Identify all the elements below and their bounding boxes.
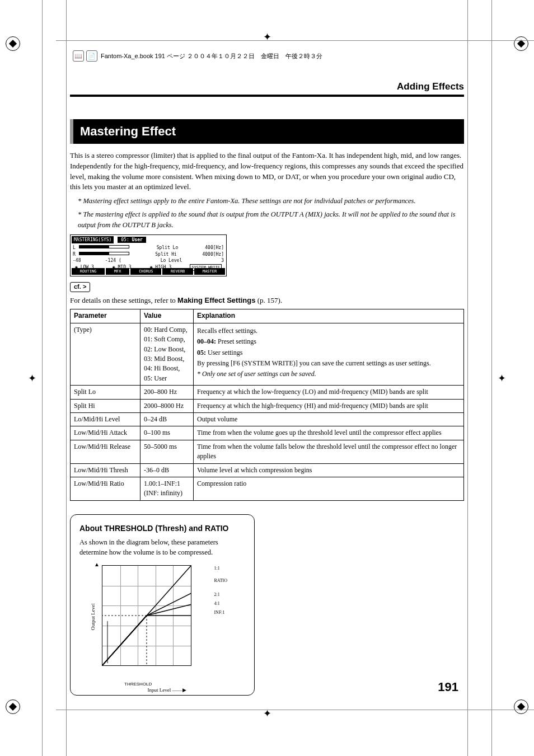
header-bar: Adding Effects [70, 81, 464, 97]
registration-mark-tl [6, 36, 20, 51]
cell-value: 00: Hard Comp, 01: Soft Comp, 02: Low Bo… [140, 323, 194, 385]
cell-param: Low/Mid/Hi Ratio [71, 477, 140, 500]
exp-text: Preset settings [216, 337, 256, 345]
cell-param: Low/Mid/Hi Thresh [71, 463, 140, 477]
intro-paragraph: This is a stereo compressor (limiter) th… [70, 151, 464, 192]
lcd-softkey: MASTER [194, 268, 225, 275]
note-1: * Mastering effect settings apply to the… [78, 196, 464, 206]
exp-bold: 05: [197, 349, 206, 356]
crop-line [42, 0, 43, 756]
cell-param: Split Hi [71, 399, 140, 412]
note-2: * The mastering effect is applied to the… [78, 209, 464, 229]
cell-value: 50–5000 ms [140, 440, 194, 463]
y-axis-label: Output Level [90, 603, 97, 630]
crop-line [56, 40, 534, 41]
lcd-softkey: ROUTING [72, 268, 105, 275]
lcd-lolevel-val: 3 [221, 257, 224, 264]
x-axis-label: Input Level ——▶ [148, 687, 186, 694]
lcd-softkey: CHORUS [130, 268, 161, 275]
details-suffix: (p. 157). [256, 296, 283, 304]
lcd-split-hi: Split Hi [155, 251, 177, 258]
cross-mark-top: ✦ [263, 31, 271, 43]
lcd-screenshot: MASTERING(SYS) 05: User L Split Lo400[Hz… [70, 234, 227, 276]
cell-explanation: Output volume [194, 412, 464, 426]
cell-explanation: Frequency at which the low-frequency (LO… [194, 386, 464, 399]
cell-value: 0–100 ms [140, 426, 194, 440]
cell-param: (Type) [71, 323, 140, 385]
exp-line: Recalls effect settings. [197, 326, 460, 336]
crop-line [491, 0, 492, 756]
graph-lines [102, 565, 191, 666]
y-arrow: ▲ [94, 561, 100, 569]
cell-explanation: Recalls effect settings. 00–04: Preset s… [194, 323, 464, 385]
cell-explanation: Time from when the volume falls below th… [194, 440, 464, 463]
table-row: Low/Mid/Hi Ratio1.00:1–INF:1 (INF: infin… [71, 477, 464, 500]
table-row: Lo/Mid/Hi Level0–24 dBOutput volume [71, 412, 464, 426]
cell-value: -36–0 dB [140, 463, 194, 477]
cell-param: Lo/Mid/Hi Level [71, 412, 140, 426]
registration-mark-bl [6, 699, 20, 714]
cf-label: cf. [74, 283, 81, 290]
table-row: (Type) 00: Hard Comp, 01: Soft Comp, 02:… [71, 323, 464, 385]
cf-box: cf. > [70, 282, 90, 292]
cross-mark-right: ✦ [498, 372, 506, 384]
table-row: Low/Mid/Hi Release50–5000 msTime from wh… [71, 440, 464, 463]
about-title: About THRESHOLD (Thresh) and RATIO [79, 523, 245, 534]
cell-param: Low/Mid/Hi Release [71, 440, 140, 463]
th-parameter: Parameter [71, 309, 140, 323]
table-row: Low/Mid/Hi Thresh-36–0 dBVolume level at… [71, 463, 464, 477]
th-explanation: Explanation [194, 309, 464, 323]
cell-explanation: Frequency at which the high-frequency (H… [194, 399, 464, 412]
lcd-softkey: REVERB [162, 268, 193, 275]
lcd-title: MASTERING(SYS) [72, 236, 114, 244]
crop-line [56, 710, 534, 710]
book-info-text: Fantom-Xa_e.book 191 ページ ２００４年１０月２２日 金曜日… [101, 52, 322, 60]
ratio-label-21: 2:1 [214, 591, 227, 598]
cell-explanation: Compression ratio [194, 477, 464, 500]
exp-note: * Only one set of user settings can be s… [197, 369, 460, 379]
exp-text: User settings [206, 349, 242, 356]
page-number: 191 [438, 680, 458, 694]
exp-line: By pressing [F6 (SYSTEM WRITE)] you can … [197, 359, 460, 368]
ratio-label-inf: INF:1 [214, 609, 227, 616]
crop-line [66, 0, 67, 756]
book-info-bar: 📖 📄 Fantom-Xa_e.book 191 ページ ２００４年１０月２２日… [73, 50, 322, 62]
crop-line [467, 0, 468, 756]
lcd-tab-label: User [132, 237, 143, 242]
lcd-lval: -124 ( [105, 258, 121, 263]
lcd-tab-num: 05: [121, 237, 129, 242]
ratio-label-41: 4:1 [214, 600, 227, 607]
cell-explanation: Time from when the volume goes up the th… [194, 426, 464, 440]
heading: Mastering Effect [70, 119, 464, 144]
details-prefix: For details on these settings, refer to [70, 296, 177, 304]
cell-value: 200–800 Hz [140, 386, 194, 399]
parameter-table: Parameter Value Explanation (Type) 00: H… [70, 309, 464, 500]
lcd-softkey: MFX [106, 268, 129, 275]
cell-value: 1.00:1–INF:1 (INF: infinity) [140, 477, 194, 500]
cell-explanation: Volume level at which compression begins [194, 463, 464, 477]
exp-bold: 00–04: [197, 337, 216, 345]
lcd-lolevel: Lo Level [161, 257, 182, 264]
cell-param: Split Lo [71, 386, 140, 399]
table-row: Low/Mid/Hi Attack0–100 msTime from when … [71, 426, 464, 440]
details-line: For details on these settings, refer to … [70, 295, 464, 306]
lcd-split-hi-val: 4000[Hz] [202, 251, 224, 258]
about-box: About THRESHOLD (Thresh) and RATIO As sh… [70, 514, 255, 696]
compression-graph: Output Level 1:1 RATIO 2:1 [93, 563, 227, 686]
graph-labels: 1:1 RATIO 2:1 4:1 INF:1 [214, 563, 227, 618]
th-value: Value [140, 309, 194, 323]
registration-mark-tr [514, 36, 528, 51]
cell-value: 2000–8000 Hz [140, 399, 194, 412]
table-row: Split Hi2000–8000 HzFrequency at which t… [71, 399, 464, 412]
registration-mark-br [514, 699, 528, 714]
cross-mark-left: ✦ [28, 372, 36, 384]
ratio-label-11: 1:1 [214, 565, 227, 572]
ratio-label: RATIO [214, 577, 227, 584]
cell-param: Low/Mid/Hi Attack [71, 426, 140, 440]
about-body: As shown in the diagram below, these par… [79, 537, 245, 557]
details-bold: Making Effect Settings [177, 296, 255, 304]
page-icon: 📄 [86, 50, 97, 62]
cell-value: 0–24 dB [140, 412, 194, 426]
table-row: Split Lo200–800 HzFrequency at which the… [71, 386, 464, 399]
lcd-split-lo-val: 400[Hz] [205, 245, 224, 251]
